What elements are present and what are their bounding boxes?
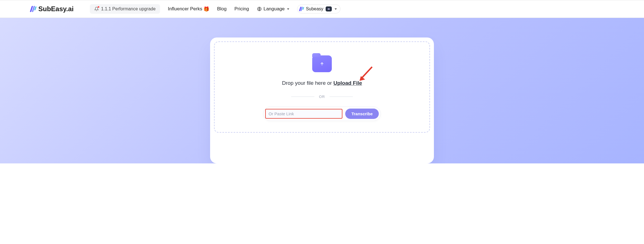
- language-selector[interactable]: Language: [257, 6, 289, 12]
- nav-influencer[interactable]: Influencer Perks🎁: [168, 6, 209, 12]
- nav-blog[interactable]: Blog: [217, 6, 227, 12]
- brand-name: SubEasy.ai: [38, 5, 74, 13]
- gift-icon: 🎁: [203, 6, 209, 12]
- logo-mark-icon: [31, 6, 36, 12]
- header: SubEasy.ai 1.1.1 Performance upgrade Inf…: [0, 0, 644, 18]
- globe-icon: [257, 6, 262, 11]
- user-name: Subeasy: [306, 6, 323, 11]
- paste-link-input[interactable]: [265, 109, 342, 119]
- nav-pricing[interactable]: Pricing: [234, 6, 249, 12]
- or-divider: OR: [291, 95, 353, 99]
- brand-logo[interactable]: SubEasy.ai: [31, 5, 74, 13]
- chevron-down-icon: [287, 8, 289, 10]
- annotation-arrow-icon: [357, 65, 373, 82]
- infinity-badge-icon: [326, 6, 332, 11]
- mini-logo-icon: [300, 7, 304, 11]
- hero-section: Drop your file here or Upload File OR Tr…: [0, 18, 644, 163]
- bell-icon: [94, 7, 99, 11]
- update-pill[interactable]: 1.1.1 Performance upgrade: [90, 4, 160, 14]
- drop-zone[interactable]: Drop your file here or Upload File OR Tr…: [214, 41, 430, 133]
- transcribe-button[interactable]: Transcribe: [345, 109, 379, 119]
- folder-upload-icon: [312, 55, 332, 72]
- link-row: Transcribe: [263, 107, 381, 121]
- drop-text: Drop your file here or Upload File: [282, 80, 362, 86]
- upload-file-link[interactable]: Upload File: [333, 80, 362, 86]
- upload-card: Drop your file here or Upload File OR Tr…: [210, 37, 434, 163]
- update-text: 1.1.1 Performance upgrade: [101, 6, 156, 11]
- chevron-down-icon: [335, 8, 337, 10]
- user-chip[interactable]: Subeasy: [297, 4, 340, 13]
